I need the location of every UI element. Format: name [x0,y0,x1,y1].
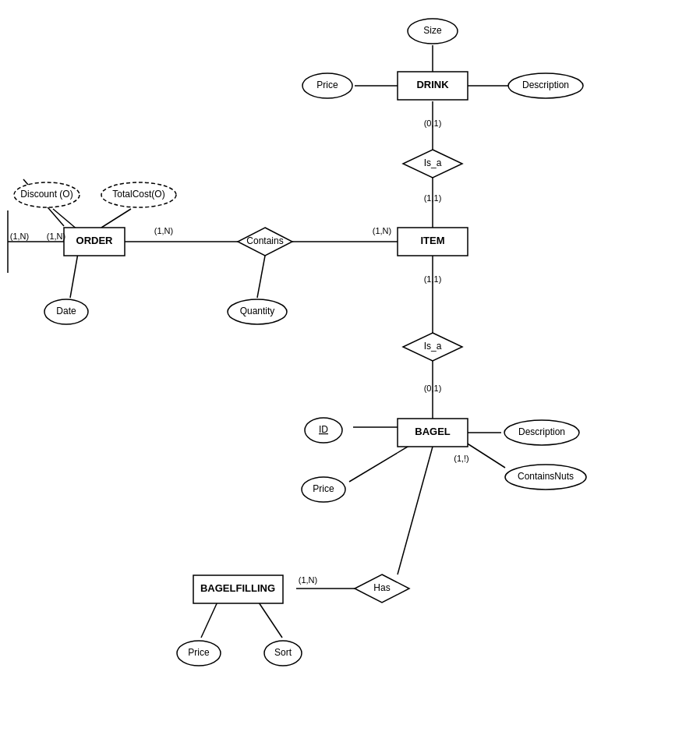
line-filling-price [201,600,218,638]
card-order-left2: (1,N) [47,232,65,241]
relationship-contains-label: Contains [246,235,283,246]
card-drink-isa: (0,1) [424,118,442,128]
card-has-filling: (1,N) [299,575,317,585]
line-order-date [70,253,78,298]
line-contains-quantity [257,256,265,298]
line-bagel-price [349,444,412,482]
attr-price-drink-label: Price [316,80,338,90]
attr-price-filling-label: Price [188,647,210,658]
line-bagel-nuts [466,443,505,468]
entity-drink-label: DRINK [416,79,449,90]
entity-item-label: ITEM [420,235,444,246]
line-order-totalcost [101,209,131,228]
card-contains-order: (1,N) [154,226,173,235]
attr-description-bagel-label: Description [518,426,565,437]
attr-id-bagel-label: ID [319,424,328,435]
card-order-left: (1,N) [10,232,29,241]
attr-totalcost-label: TotalCost(O) [112,189,164,200]
entity-bagel-label: BAGEL [415,426,451,437]
line-bagel-has [398,447,433,574]
card-bagel-has: (1,!) [454,454,469,463]
er-diagram: DRINK ITEM ORDER BAGEL BAGELFILLING Is_a… [0,0,700,753]
relationship-isa-bottom-label: Is_a [424,341,442,352]
entity-bagelfilling-label: BAGELFILLING [200,582,275,594]
card-isa-item: (1,1) [424,193,442,203]
relationship-has-label: Has [373,582,390,593]
card-item-contains: (1,N) [373,226,391,235]
card-item-isa2: (1,1) [424,274,442,284]
card-isa2-bagel: (0,1) [424,384,442,393]
attr-sort-label: Sort [274,647,292,658]
entity-order-label: ORDER [76,235,114,246]
attr-quantity-label: Quantity [240,306,275,316]
relationship-isa-top-label: Is_a [424,157,442,168]
attr-discount-label: Discount (O) [20,189,72,200]
attr-price-bagel-label: Price [313,483,334,494]
line-filling-sort [257,600,282,638]
attr-date-label: Date [56,306,76,316]
attr-description-drink-label: Description [522,80,569,90]
line-order-discount [53,209,78,230]
attr-containsnuts-label: ContainsNuts [518,471,574,482]
attr-size-label: Size [423,25,442,36]
